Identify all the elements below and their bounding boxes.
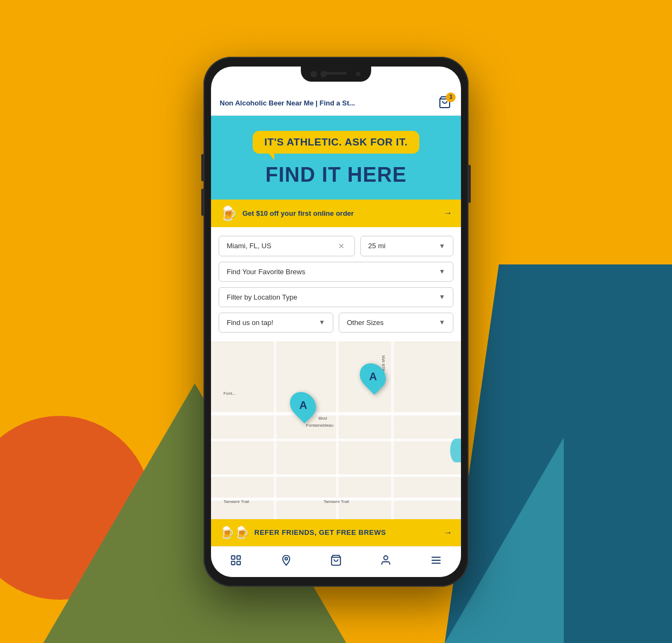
sizes-label: Other Sizes: [347, 319, 384, 327]
location-input[interactable]: Miami, FL, US ✕: [219, 236, 355, 256]
map-pin-2[interactable]: A: [361, 362, 385, 390]
nav-location[interactable]: [274, 552, 299, 568]
location-type-select[interactable]: Filter by Location Type ▼: [219, 287, 453, 307]
chevron-down-icon: ▼: [439, 319, 445, 326]
map-pin-1[interactable]: A: [291, 391, 315, 419]
map-background: Blvd Fontainebleau Tamiami Trail Tamiami…: [211, 341, 461, 519]
tap-label: Find us on tap!: [227, 319, 273, 327]
road-vertical-2: [336, 341, 339, 519]
brews-select[interactable]: Find Your Favorite Brews ▼: [219, 262, 453, 282]
page-title: Non Alcoholic Beer Near Me | Find a St..…: [220, 99, 433, 107]
volume-down-button: [201, 189, 203, 216]
hamburger-icon: [430, 554, 442, 566]
road-label-tamiami-2: Tamiami Trail: [324, 499, 349, 504]
cart-button[interactable]: 3: [437, 96, 452, 111]
road-label-fontainebleau: Fontainebleau: [306, 423, 334, 428]
road-label-blvd: Blvd: [319, 416, 327, 421]
svg-rect-4: [237, 555, 240, 559]
clear-location-icon[interactable]: ✕: [338, 242, 345, 250]
phone-device: Non Alcoholic Beer Near Me | Find a St..…: [203, 57, 469, 587]
browser-bar: Non Alcoholic Beer Near Me | Find a St..…: [211, 91, 461, 116]
home-icon: [230, 554, 242, 566]
distance-select[interactable]: 25 mi ▼: [360, 236, 453, 256]
speaker: [325, 72, 347, 75]
svg-rect-2: [232, 561, 235, 564]
nav-account[interactable]: [373, 552, 398, 568]
promo-text: Get $10 off your first online order: [242, 209, 438, 217]
refer-arrow-icon: →: [444, 528, 452, 538]
distance-value: 25 mi: [368, 242, 386, 250]
location-type-label: Filter by Location Type: [227, 293, 298, 301]
teal-rect: [445, 264, 672, 643]
chevron-down-icon: ▼: [439, 242, 445, 250]
map-section[interactable]: Blvd Fontainebleau Tamiami Trail Tamiami…: [211, 341, 461, 519]
svg-rect-3: [237, 561, 240, 564]
volume-up-button: [201, 154, 203, 181]
nav-home[interactable]: [223, 552, 248, 568]
camera-left: [311, 71, 317, 77]
pin-label-1: A: [299, 399, 307, 411]
promo-icon: 🍺: [220, 205, 237, 222]
tap-sizes-row: Find us on tap! ▼ Other Sizes ▼: [219, 313, 453, 333]
location-icon: [280, 554, 292, 566]
refer-icon: 🍺🍺: [220, 526, 249, 540]
bottom-nav: [211, 546, 461, 577]
chevron-down-icon: ▼: [439, 268, 445, 275]
road-label-tamiami-1: Tamiami Trail: [223, 499, 249, 504]
phone-notch: [301, 67, 371, 82]
svg-point-7: [384, 555, 388, 559]
chevron-down-icon: ▼: [439, 293, 445, 301]
screen-content: Non Alcoholic Beer Near Me | Find a St..…: [211, 67, 461, 577]
sensor-dot: [356, 72, 360, 76]
cart-nav-icon: [330, 554, 342, 566]
sizes-select[interactable]: Other Sizes ▼: [339, 313, 453, 333]
svg-rect-1: [232, 555, 235, 559]
refer-text: REFER FRIENDS, GET FREE BREWS: [254, 528, 438, 536]
cart-badge: 3: [446, 92, 456, 102]
refer-banner[interactable]: 🍺🍺 REFER FRIENDS, GET FREE BREWS →: [211, 519, 461, 546]
svg-point-5: [285, 557, 287, 560]
nav-cart[interactable]: [324, 552, 348, 568]
promo-banner[interactable]: 🍺 Get $10 off your first online order →: [211, 200, 461, 227]
map-pin-partial: [450, 439, 461, 462]
hero-title: FIND IT HERE: [265, 163, 406, 187]
filter-section: Miami, FL, US ✕ 25 mi ▼ Find Your Favori…: [211, 227, 461, 341]
phone-screen: Non Alcoholic Beer Near Me | Find a St..…: [211, 67, 461, 577]
location-value: Miami, FL, US: [227, 242, 271, 250]
chevron-down-icon: ▼: [319, 319, 325, 326]
location-distance-row: Miami, FL, US ✕ 25 mi ▼: [219, 236, 453, 256]
road-vertical-3: [391, 341, 394, 519]
pin-label-2: A: [369, 370, 377, 382]
account-icon: [380, 554, 392, 566]
road-label-font: Font...: [223, 391, 236, 396]
nav-menu[interactable]: [424, 552, 449, 568]
promo-arrow: →: [444, 208, 452, 218]
speech-bubble-text: IT'S ATHLETIC. ASK FOR IT.: [265, 136, 408, 148]
orange-circle: [0, 416, 151, 600]
brews-label: Find Your Favorite Brews: [227, 268, 305, 276]
hero-section: IT'S ATHLETIC. ASK FOR IT. FIND IT HERE: [211, 116, 461, 200]
power-button: [469, 165, 471, 203]
road-vertical-1: [274, 341, 276, 519]
tap-select[interactable]: Find us on tap! ▼: [219, 313, 333, 333]
speech-bubble: IT'S ATHLETIC. ASK FOR IT.: [253, 131, 420, 154]
